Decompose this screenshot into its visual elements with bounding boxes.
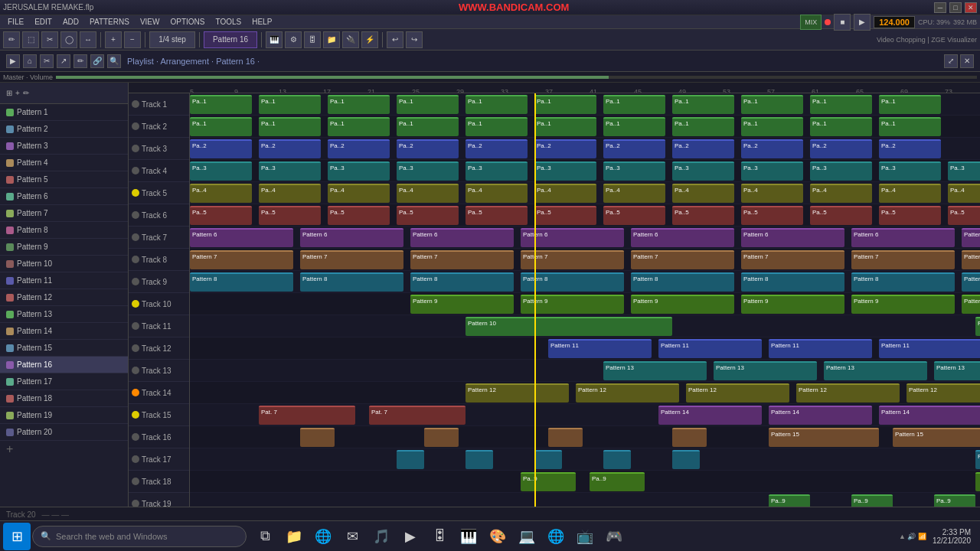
pattern-block[interactable]: Pa..4 (810, 184, 872, 203)
app6-icon[interactable]: 🌐 (542, 523, 570, 550)
mail-icon[interactable]: ✉ (338, 523, 366, 550)
music-icon[interactable]: 🎵 (368, 523, 395, 550)
pattern-block[interactable]: Pa..1 (534, 117, 596, 136)
smart-disable[interactable]: ⚡ (361, 31, 378, 48)
channel-rack-btn[interactable]: ⚙ (285, 31, 302, 48)
menu-add[interactable]: ADD (58, 17, 83, 27)
track-mute-10[interactable] (132, 300, 139, 308)
tool-mute[interactable]: ◯ (60, 31, 77, 48)
start-button[interactable]: ⊞ (3, 523, 31, 550)
pattern-item-10[interactable]: Pattern 10 (0, 256, 128, 272)
pattern-block[interactable]: Pattern 7 (631, 250, 734, 269)
pattern-item-7[interactable]: Pattern 7 (0, 205, 128, 222)
pattern-block[interactable]: Pa..1 (741, 95, 803, 114)
tool-select[interactable]: ⬚ (22, 31, 39, 48)
menu-file[interactable]: FILE (3, 17, 28, 27)
step-selector[interactable]: 1/4 step (149, 31, 195, 48)
pattern-block[interactable]: Pa..1 (466, 95, 528, 114)
pattern-block[interactable]: Pa..1 (534, 95, 596, 114)
pattern-block[interactable] (424, 428, 459, 447)
pattern-block[interactable]: Pa..4 (190, 184, 252, 203)
pattern-block[interactable]: Pattern 7 (962, 250, 980, 269)
file-explorer-icon[interactable]: 📁 (280, 523, 308, 550)
pattern-block[interactable]: Pattern 13 (714, 361, 817, 380)
track-row-17[interactable]: Pattern 16Pattern 16Pattern 16 (190, 448, 980, 471)
pattern-item-5[interactable]: Pattern 5 (0, 171, 128, 188)
pattern-block[interactable]: Pa..9 (590, 472, 645, 491)
undo-btn[interactable]: ↩ (387, 31, 403, 48)
pattern-block[interactable]: Pattern 11 (658, 339, 762, 358)
track-mute-8[interactable] (132, 256, 139, 263)
nav-tools[interactable]: ✂ (40, 54, 54, 68)
menu-patterns[interactable]: PATTERNS (85, 17, 134, 27)
pattern-block[interactable]: Pattern 13 (824, 361, 927, 380)
mixer-button[interactable]: MIX (800, 15, 822, 30)
pattern-item-19[interactable]: Pattern 19 (0, 407, 128, 424)
pattern-block[interactable]: Pa..4 (328, 184, 390, 203)
app4-icon[interactable]: 🎨 (484, 523, 511, 550)
pattern-block[interactable]: Pa..3 (466, 161, 528, 181)
pattern-item-20[interactable]: Pattern 20 (0, 424, 128, 441)
pattern-block[interactable]: Pa..1 (879, 117, 941, 136)
bpm-display[interactable]: 124.000 (874, 16, 915, 28)
track-mute-12[interactable] (132, 344, 139, 352)
pattern-block[interactable]: Pattern 14 (769, 406, 872, 425)
pattern-block[interactable]: Pa..1 (328, 95, 390, 114)
track-mute-11[interactable] (132, 322, 139, 330)
track-row-15[interactable]: Pat. 7Pat. 7Pattern 14Pattern 14Pattern … (190, 404, 980, 426)
pattern-block[interactable]: Pa..2 (741, 139, 803, 158)
pattern-item-14[interactable]: Pattern 14 (0, 323, 128, 340)
pattern-block[interactable]: Pa..1 (879, 95, 941, 114)
pattern-block[interactable]: Pa..3 (534, 161, 596, 181)
menu-tools[interactable]: TOOLS (211, 17, 246, 27)
pattern-item-1[interactable]: Pattern 1 (0, 104, 128, 121)
pattern-block[interactable]: Pattern 7 (851, 250, 955, 269)
pattern-item-17[interactable]: Pattern 17 (0, 373, 128, 390)
play-button[interactable]: ▶ (854, 14, 871, 31)
pattern-block[interactable]: Pa..1 (603, 95, 665, 114)
pattern-block[interactable]: Pattern 10 (975, 317, 980, 336)
pattern-block[interactable]: Pa..5 (741, 206, 803, 225)
pattern-block[interactable]: Pat. 7 (259, 406, 355, 425)
pattern-block[interactable]: Pattern 14 (879, 406, 980, 425)
track-mute-14[interactable] (132, 389, 139, 396)
minimize-button[interactable]: ─ (934, 2, 946, 13)
pattern-block[interactable]: Pa..4 (603, 184, 665, 203)
pattern-block[interactable]: Pattern 12 (686, 383, 789, 403)
pattern-block[interactable]: Pa..2 (259, 139, 321, 158)
pattern-block[interactable]: Pa..1 (810, 95, 872, 114)
nav-zoom[interactable]: 🔍 (107, 54, 121, 68)
close-button[interactable]: ✕ (965, 2, 977, 13)
track-mute-6[interactable] (132, 211, 139, 219)
tool-cut[interactable]: ✂ (41, 31, 58, 48)
pattern-block[interactable]: Pattern 9 (631, 295, 734, 314)
track-mute-2[interactable] (132, 122, 139, 130)
pattern-block[interactable]: Pa..3 (259, 161, 321, 181)
pattern-block[interactable]: Pat. 7 (369, 406, 466, 425)
stop-button[interactable]: ■ (834, 14, 851, 31)
pattern-block[interactable]: Pa..5 (190, 206, 252, 225)
tool-draw[interactable]: ✏ (3, 31, 20, 48)
app2-icon[interactable]: 🎛 (426, 523, 453, 550)
pattern-block[interactable]: Pa..5 (466, 206, 528, 225)
pattern-block[interactable]: Pa..5 (672, 206, 734, 225)
zoom-out[interactable]: − (124, 31, 141, 48)
track-row-1[interactable]: Pa..1Pa..1Pa..1Pa..1Pa..1Pa..1Pa..1Pa..1… (190, 93, 980, 116)
pattern-item-2[interactable]: Pattern 2 (0, 121, 128, 138)
pattern-block[interactable]: Pattern 8 (741, 272, 844, 292)
track-row-14[interactable]: Pattern 12Pattern 12Pattern 12Pattern 12… (190, 382, 980, 404)
track-mute-4[interactable] (132, 167, 139, 174)
pattern-block[interactable]: Pa..1 (259, 117, 321, 136)
pattern-block[interactable]: Pattern 7 (410, 250, 514, 269)
menu-options[interactable]: OPTIONS (165, 17, 209, 27)
mixer-btn[interactable]: 🎛 (304, 31, 321, 48)
track-row-2[interactable]: Pa..1Pa..1Pa..1Pa..1Pa..1Pa..1Pa..1Pa..1… (190, 116, 980, 138)
pattern-block[interactable]: Pa..3 (810, 161, 872, 181)
pattern-block[interactable]: Pa..3 (948, 161, 980, 181)
menu-edit[interactable]: EDIT (30, 17, 57, 27)
nav-select[interactable]: ↗ (57, 54, 70, 68)
pattern-block[interactable]: Pattern 13 (934, 361, 980, 380)
pattern-block[interactable]: Pattern 6 (300, 228, 403, 247)
pattern-block[interactable]: Pattern 9 (851, 295, 955, 314)
track-mute-3[interactable] (132, 145, 139, 152)
